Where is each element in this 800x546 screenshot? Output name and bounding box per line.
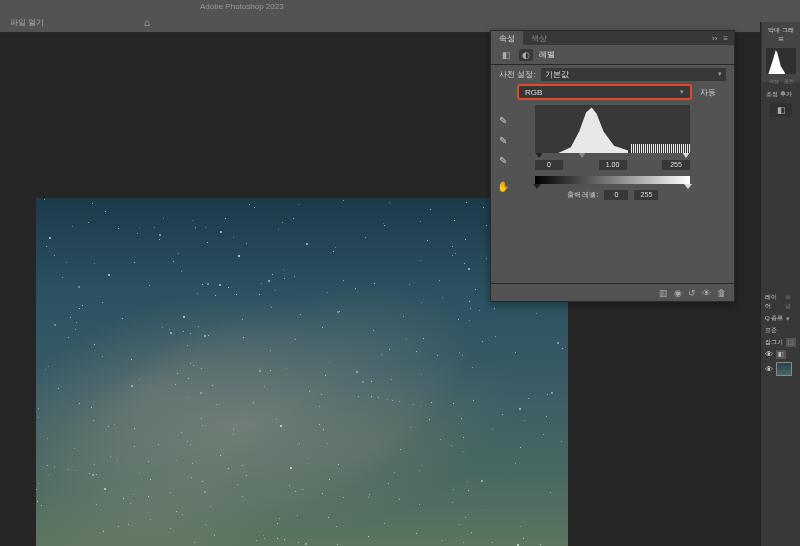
trash-icon[interactable]: 🗑 <box>717 288 726 298</box>
input-levels-group: 0 1.00 255 <box>535 105 690 170</box>
visibility-icon[interactable]: 👁 <box>702 288 711 298</box>
channel-row: RGB ▾ 자동 <box>491 83 734 101</box>
adj-label: 조정 추가 <box>766 90 796 99</box>
blend-mode[interactable]: 표준 <box>765 326 777 335</box>
eyedropper-gray-icon[interactable]: ✎ <box>497 135 509 147</box>
document-canvas[interactable] <box>36 198 568 546</box>
layer-thumb <box>776 362 792 376</box>
mini-sub-left[interactable]: 속성 <box>769 78 779 84</box>
view-previous-icon[interactable]: ◉ <box>674 288 682 298</box>
panel-footer: ▥ ◉ ↺ 👁 🗑 <box>491 283 734 301</box>
other-tab[interactable]: 패널 <box>785 293 797 311</box>
channel-value: RGB <box>525 88 542 97</box>
mini-histogram-panel: 막대 그래프 속성 조컨 <box>762 22 800 82</box>
histogram-icon[interactable]: ◧ <box>499 49 513 61</box>
output-levels-row: 출력 레벨: 0 255 <box>491 190 734 200</box>
layers-label[interactable]: 레이어 <box>765 293 782 311</box>
tab-properties[interactable]: 속성 <box>491 31 523 45</box>
mini-sub-right[interactable]: 조컨 <box>784 78 794 84</box>
eye-icon[interactable]: 👁 <box>765 365 773 374</box>
hand-icon[interactable]: ✋ <box>497 181 509 193</box>
app-title: Adobe Photoshop 2023 <box>200 2 284 11</box>
menu-bar <box>0 0 800 13</box>
collapse-icon[interactable]: ›› <box>712 34 717 43</box>
mini-hist-label: 막대 그래프 <box>766 26 796 44</box>
eye-icon[interactable]: 👁 <box>765 350 773 359</box>
reset-icon[interactable]: ↺ <box>688 288 696 298</box>
input-black-value[interactable]: 0 <box>535 160 563 170</box>
auto-button[interactable]: 자동 <box>700 87 716 98</box>
adjustment-thumb: ◧ <box>776 350 786 359</box>
adjustments-mini-panel: 조정 추가 ◧ <box>762 86 800 125</box>
chevron-down-icon: ▾ <box>680 88 684 96</box>
preset-value: 기본값 <box>545 69 569 80</box>
eyedropper-black-icon[interactable]: ✎ <box>497 115 509 127</box>
layers-mini-panel: 레이어패널 Q 종류▾ 표준 잠그기⬚ 👁◧ 👁 <box>762 290 800 382</box>
properties-panel: 속성 색상 ›› ≡ ◧ ◐ 레벨 사전 설정: 기본값 ▾ RGB ▾ 자동 … <box>490 30 735 302</box>
mini-histogram[interactable] <box>766 48 796 74</box>
histogram-noise <box>631 144 690 153</box>
levels-icon[interactable]: ◐ <box>519 49 533 61</box>
clip-icon[interactable]: ▥ <box>659 288 668 298</box>
output-white-value[interactable]: 255 <box>634 190 658 200</box>
eyedropper-white-icon[interactable]: ✎ <box>497 155 509 167</box>
output-label: 출력 레벨: <box>567 190 599 200</box>
chevron-down-icon: ▾ <box>718 70 722 78</box>
adjustment-icon[interactable]: ◧ <box>770 103 792 117</box>
preset-row: 사전 설정: 기본값 ▾ <box>491 65 734 83</box>
histogram-display[interactable] <box>535 105 690 153</box>
channel-select[interactable]: RGB ▾ <box>517 84 692 100</box>
panel-tab-row: 속성 색상 ›› ≡ <box>491 31 734 45</box>
search-kind[interactable]: Q 종류 <box>765 314 783 323</box>
input-white-value[interactable]: 255 <box>662 160 690 170</box>
file-tab[interactable]: 파일 열기 <box>10 17 44 28</box>
preset-label: 사전 설정: <box>499 69 535 80</box>
stars-overlay <box>36 198 568 546</box>
layer-row-background[interactable]: 👁 <box>765 362 797 376</box>
lock-label: 잠그기 <box>765 338 783 347</box>
input-mid-value[interactable]: 1.00 <box>599 160 627 170</box>
output-black-value[interactable]: 0 <box>604 190 628 200</box>
mode-row: ◧ ◐ 레벨 <box>491 45 734 65</box>
panel-menu-icon[interactable]: ≡ <box>723 34 728 43</box>
mode-label: 레벨 <box>539 49 555 60</box>
layer-row-adjustment[interactable]: 👁◧ <box>765 350 797 359</box>
preset-select[interactable]: 기본값 ▾ <box>541 68 726 81</box>
output-gradient[interactable] <box>535 176 690 184</box>
tab-color[interactable]: 색상 <box>523 31 555 45</box>
home-icon[interactable]: ⌂ <box>144 17 150 28</box>
eyedropper-tools: ✎ ✎ ✎ ✋ <box>497 115 509 193</box>
histogram-shape <box>558 105 628 153</box>
lock-icon[interactable]: ⬚ <box>786 338 796 347</box>
